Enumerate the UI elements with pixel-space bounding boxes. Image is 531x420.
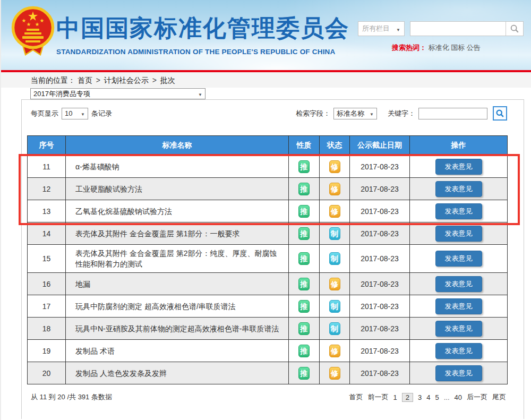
table-row: 15表壳体及其附件 金合金覆盖层 第2部分：纯度、厚度、耐腐蚀性能和附着力的测试… xyxy=(28,245,508,273)
submit-opinion-button[interactable]: 发表意见 xyxy=(435,226,482,242)
pagination-item[interactable]: 5 xyxy=(435,393,439,401)
page: 中国国家标准化管理委员会 STANDARDIZATION ADMINISTRAT… xyxy=(0,0,531,420)
batch-select-value: 2017年消费品专项 xyxy=(33,89,90,99)
action-cell: 发表意见 xyxy=(410,362,508,384)
table-row: 13乙氧基化烷基硫酸钠试验方法推修2017-08-23发表意见 xyxy=(28,200,508,222)
table-row: 14表壳体及其附件 金合金覆盖层 第1部分：一般要求推制2017-08-23发表… xyxy=(28,222,508,245)
nature-cell: 推 xyxy=(289,318,320,340)
header-search-button[interactable] xyxy=(506,22,523,36)
deadline-cell: 2017-08-23 xyxy=(350,156,410,178)
breadcrumb-plan-publicity[interactable]: 计划社会公示 xyxy=(104,76,149,84)
pagination-item: ... xyxy=(444,393,450,401)
standard-name-cell: 乙氧基化烷基硫酸钠试验方法 xyxy=(66,200,289,222)
nature-badge: 推 xyxy=(298,227,310,240)
batch-select[interactable]: 2017年消费品专项 xyxy=(30,88,205,99)
nature-cell: 推 xyxy=(289,222,320,245)
action-cell: 发表意见 xyxy=(410,340,508,362)
chevron-down-icon xyxy=(78,109,85,117)
header-nature: 性质 xyxy=(289,136,320,156)
nature-cell: 推 xyxy=(289,178,320,200)
submit-opinion-button[interactable]: 发表意见 xyxy=(435,181,482,197)
action-cell: 发表意见 xyxy=(410,295,508,318)
nature-cell: 推 xyxy=(289,340,320,362)
keyword-label: 关键字： xyxy=(388,109,415,118)
national-emblem-logo[interactable] xyxy=(10,5,56,57)
row-number-cell: 12 xyxy=(28,178,66,200)
standards-table: 序号 标准名称 性质 状态 公示截止日期 操作 11α-烯基磺酸钠推修2017-… xyxy=(27,135,508,384)
keyword-input[interactable] xyxy=(418,108,487,119)
status-badge: 修 xyxy=(329,278,340,290)
pagination-item[interactable]: 4 xyxy=(426,393,430,401)
pagination-item[interactable]: 3 xyxy=(418,393,422,401)
status-cell: 制 xyxy=(320,318,350,340)
table-row: 16地漏推修2017-08-23发表意见 xyxy=(28,273,508,295)
header-search-input[interactable] xyxy=(410,22,506,36)
submit-opinion-button[interactable]: 发表意见 xyxy=(435,276,482,292)
status-badge: 制 xyxy=(329,322,340,335)
row-number-cell: 11 xyxy=(28,156,66,178)
action-cell: 发表意见 xyxy=(410,245,508,273)
pagination-item[interactable]: 首页 xyxy=(349,392,363,402)
deadline-cell: 2017-08-23 xyxy=(350,362,410,384)
submit-opinion-button[interactable]: 发表意见 xyxy=(435,321,482,337)
status-cell: 修 xyxy=(320,362,350,384)
pagination-current-page[interactable]: 2 xyxy=(402,393,413,402)
breadcrumb-batch[interactable]: 批次 xyxy=(160,76,175,84)
status-cell: 修 xyxy=(320,156,350,178)
status-badge: 修 xyxy=(329,345,340,357)
per-page-label-after: 条记录 xyxy=(91,109,112,118)
standard-name-cell: 地漏 xyxy=(66,273,289,295)
standard-name-cell: 玩具中防腐剂的测定 超高效液相色谱/串联质谱法 xyxy=(66,295,289,318)
row-number-cell: 16 xyxy=(28,273,66,295)
deadline-cell: 2017-08-23 xyxy=(350,245,410,273)
pagination: 首页前一页12345...40后一页尾页 xyxy=(349,392,506,402)
nature-badge: 推 xyxy=(298,278,310,290)
submit-opinion-button[interactable]: 发表意见 xyxy=(435,343,482,359)
pagination-item[interactable]: 前一页 xyxy=(368,392,389,402)
status-cell: 制 xyxy=(320,245,350,273)
chevron-down-icon xyxy=(393,25,400,33)
header-search-box xyxy=(410,21,524,36)
pagination-item[interactable]: 尾页 xyxy=(492,392,506,402)
submit-opinion-button[interactable]: 发表意见 xyxy=(435,159,482,175)
status-badge: 修 xyxy=(329,183,340,195)
search-category-value: 所有栏目 xyxy=(362,24,390,33)
action-cell: 发表意见 xyxy=(410,273,508,295)
nature-badge: 推 xyxy=(298,183,310,195)
table-footer: 从 11 到 20 /共 391 条数据 首页前一页12345...40后一页尾… xyxy=(22,384,524,402)
row-number-cell: 13 xyxy=(28,200,66,222)
pagination-item[interactable]: 40 xyxy=(455,393,462,401)
hot-keywords-line: 搜索热词： 标准化 国标 公告 xyxy=(358,43,524,53)
keyword-search-button[interactable] xyxy=(493,106,507,121)
table-row: 19发制品 术语推修2017-08-23发表意见 xyxy=(28,340,508,362)
nature-badge: 推 xyxy=(298,205,310,218)
search-field-value: 标准名称 xyxy=(337,109,364,118)
submit-opinion-button[interactable]: 发表意见 xyxy=(435,298,482,314)
status-cell: 制 xyxy=(320,222,350,245)
action-cell: 发表意见 xyxy=(410,156,508,178)
pagination-item[interactable]: 1 xyxy=(393,393,397,401)
status-cell: 修 xyxy=(320,200,350,222)
search-field-select[interactable]: 标准名称 xyxy=(333,108,377,119)
row-number-cell: 15 xyxy=(28,245,66,273)
per-page-select[interactable]: 10 xyxy=(62,108,88,119)
status-badge: 修 xyxy=(329,205,340,218)
nature-cell: 推 xyxy=(289,295,320,318)
submit-opinion-button[interactable]: 发表意见 xyxy=(435,365,482,381)
hot-keywords-links[interactable]: 标准化 国标 公告 xyxy=(429,44,481,52)
pagination-item[interactable]: 后一页 xyxy=(467,392,487,402)
submit-opinion-button[interactable]: 发表意见 xyxy=(435,203,482,219)
search-category-select[interactable]: 所有栏目 xyxy=(358,21,405,36)
submit-opinion-button[interactable]: 发表意见 xyxy=(435,251,482,267)
breadcrumb-home[interactable]: 首页 xyxy=(78,76,92,84)
per-page-label-before: 每页显示 xyxy=(31,109,58,118)
breadcrumb-label: 当前的位置： xyxy=(31,76,75,84)
per-page-controls: 每页显示 10 条记录 xyxy=(31,108,112,119)
nature-cell: 推 xyxy=(289,245,320,273)
search-field-label: 检索字段： xyxy=(296,109,330,118)
site-title-cn[interactable]: 中国国家标准化管理委员会 xyxy=(56,13,349,44)
row-number-cell: 20 xyxy=(28,362,66,384)
status-cell: 修 xyxy=(320,273,350,295)
nature-badge: 推 xyxy=(298,252,310,265)
nature-cell: 推 xyxy=(289,156,320,178)
